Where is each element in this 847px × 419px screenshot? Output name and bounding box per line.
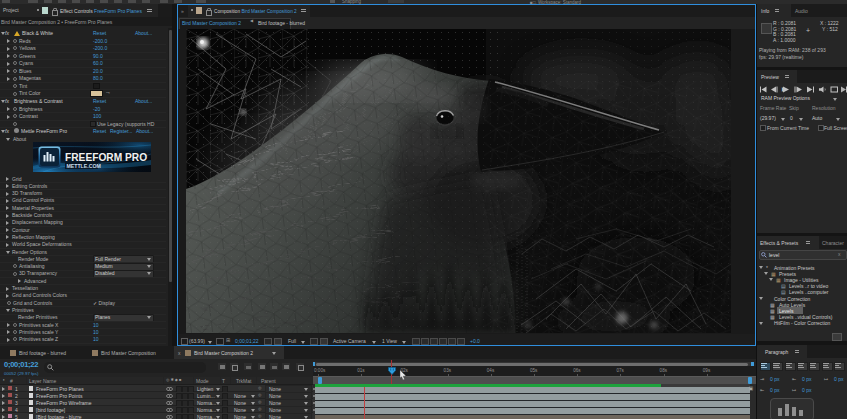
svg-text:METTLE.COM: METTLE.COM (67, 163, 101, 169)
svg-text:FREEFORM PRO: FREEFORM PRO (65, 152, 147, 163)
